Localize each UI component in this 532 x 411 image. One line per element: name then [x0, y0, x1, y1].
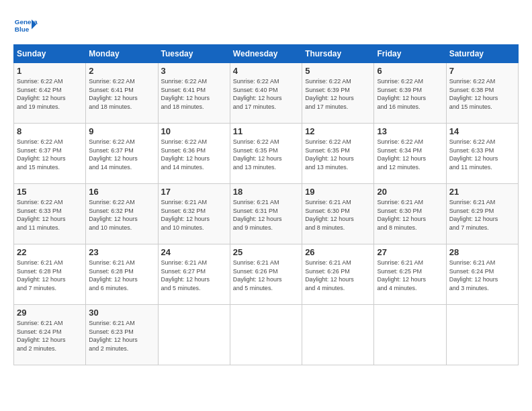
day-number: 27 [377, 247, 443, 257]
day-number: 11 [233, 126, 299, 136]
day-number: 4 [233, 66, 299, 76]
calendar-cell: 9Sunrise: 6:22 AM Sunset: 6:37 PM Daylig… [86, 124, 158, 184]
day-info: Sunrise: 6:21 AM Sunset: 6:30 PM Dayligh… [377, 198, 443, 232]
calendar-week-1: 1Sunrise: 6:22 AM Sunset: 6:42 PM Daylig… [14, 63, 519, 124]
calendar-cell [302, 305, 374, 365]
day-number: 7 [449, 66, 515, 76]
header-cell-wednesday: Wednesday [230, 45, 302, 63]
calendar-cell: 28Sunrise: 6:21 AM Sunset: 6:24 PM Dayli… [446, 244, 518, 305]
calendar-cell [446, 305, 518, 365]
calendar-cell: 16Sunrise: 6:22 AM Sunset: 6:32 PM Dayli… [86, 184, 158, 244]
calendar-header: SundayMondayTuesdayWednesdayThursdayFrid… [14, 45, 519, 63]
day-number: 22 [17, 247, 83, 257]
day-info: Sunrise: 6:21 AM Sunset: 6:25 PM Dayligh… [377, 259, 443, 292]
calendar-cell [230, 305, 302, 365]
calendar-cell: 4Sunrise: 6:22 AM Sunset: 6:40 PM Daylig… [230, 63, 302, 124]
day-number: 2 [89, 66, 154, 76]
header: General Blue [13, 13, 519, 38]
calendar-cell: 18Sunrise: 6:21 AM Sunset: 6:31 PM Dayli… [230, 184, 302, 244]
day-info: Sunrise: 6:21 AM Sunset: 6:27 PM Dayligh… [161, 259, 227, 292]
calendar-cell: 25Sunrise: 6:21 AM Sunset: 6:26 PM Dayli… [230, 244, 302, 305]
day-info: Sunrise: 6:22 AM Sunset: 6:42 PM Dayligh… [17, 77, 83, 111]
calendar-cell: 8Sunrise: 6:22 AM Sunset: 6:37 PM Daylig… [14, 124, 86, 184]
header-cell-thursday: Thursday [302, 45, 374, 63]
day-number: 30 [89, 308, 154, 318]
calendar-cell: 29Sunrise: 6:21 AM Sunset: 6:24 PM Dayli… [14, 305, 86, 365]
day-info: Sunrise: 6:21 AM Sunset: 6:28 PM Dayligh… [17, 259, 83, 292]
day-number: 19 [305, 187, 371, 197]
calendar-cell: 2Sunrise: 6:22 AM Sunset: 6:41 PM Daylig… [86, 63, 158, 124]
day-number: 1 [17, 66, 83, 76]
calendar-body: 1Sunrise: 6:22 AM Sunset: 6:42 PM Daylig… [14, 63, 519, 365]
calendar-cell: 30Sunrise: 6:21 AM Sunset: 6:23 PM Dayli… [86, 305, 158, 365]
day-number: 10 [161, 126, 227, 136]
calendar-cell: 23Sunrise: 6:21 AM Sunset: 6:28 PM Dayli… [86, 244, 158, 305]
day-info: Sunrise: 6:22 AM Sunset: 6:36 PM Dayligh… [161, 138, 227, 171]
calendar-cell: 6Sunrise: 6:22 AM Sunset: 6:39 PM Daylig… [374, 63, 446, 124]
logo: General Blue [13, 13, 38, 38]
day-number: 14 [449, 126, 515, 136]
day-number: 21 [449, 187, 515, 197]
calendar-cell: 17Sunrise: 6:21 AM Sunset: 6:32 PM Dayli… [158, 184, 230, 244]
day-info: Sunrise: 6:22 AM Sunset: 6:34 PM Dayligh… [377, 138, 443, 171]
day-number: 28 [449, 247, 515, 257]
day-info: Sunrise: 6:22 AM Sunset: 6:38 PM Dayligh… [449, 77, 515, 111]
calendar-cell: 14Sunrise: 6:22 AM Sunset: 6:33 PM Dayli… [446, 124, 518, 184]
day-number: 13 [377, 126, 443, 136]
day-info: Sunrise: 6:21 AM Sunset: 6:31 PM Dayligh… [233, 198, 299, 232]
day-info: Sunrise: 6:22 AM Sunset: 6:33 PM Dayligh… [449, 138, 515, 171]
day-info: Sunrise: 6:21 AM Sunset: 6:24 PM Dayligh… [449, 259, 515, 292]
calendar-cell: 27Sunrise: 6:21 AM Sunset: 6:25 PM Dayli… [374, 244, 446, 305]
day-number: 25 [233, 247, 299, 257]
day-number: 20 [377, 187, 443, 197]
day-info: Sunrise: 6:22 AM Sunset: 6:41 PM Dayligh… [161, 77, 227, 111]
calendar-cell: 21Sunrise: 6:21 AM Sunset: 6:29 PM Dayli… [446, 184, 518, 244]
calendar-cell: 7Sunrise: 6:22 AM Sunset: 6:38 PM Daylig… [446, 63, 518, 124]
header-cell-monday: Monday [86, 45, 158, 63]
day-number: 18 [233, 187, 299, 197]
day-info: Sunrise: 6:22 AM Sunset: 6:41 PM Dayligh… [89, 77, 154, 111]
logo-icon: General Blue [13, 13, 38, 38]
day-number: 15 [17, 187, 83, 197]
day-number: 17 [161, 187, 227, 197]
header-row: SundayMondayTuesdayWednesdayThursdayFrid… [14, 45, 519, 63]
day-number: 6 [377, 66, 443, 76]
calendar-week-4: 22Sunrise: 6:21 AM Sunset: 6:28 PM Dayli… [14, 244, 519, 305]
calendar-cell: 13Sunrise: 6:22 AM Sunset: 6:34 PM Dayli… [374, 124, 446, 184]
day-number: 9 [89, 126, 154, 136]
day-info: Sunrise: 6:22 AM Sunset: 6:33 PM Dayligh… [17, 198, 83, 232]
day-info: Sunrise: 6:22 AM Sunset: 6:39 PM Dayligh… [377, 77, 443, 111]
calendar-cell: 19Sunrise: 6:21 AM Sunset: 6:30 PM Dayli… [302, 184, 374, 244]
day-number: 26 [305, 247, 371, 257]
day-info: Sunrise: 6:21 AM Sunset: 6:23 PM Dayligh… [89, 319, 154, 353]
calendar-week-2: 8Sunrise: 6:22 AM Sunset: 6:37 PM Daylig… [14, 124, 519, 184]
calendar-cell: 12Sunrise: 6:22 AM Sunset: 6:35 PM Dayli… [302, 124, 374, 184]
calendar-cell: 5Sunrise: 6:22 AM Sunset: 6:39 PM Daylig… [302, 63, 374, 124]
day-info: Sunrise: 6:22 AM Sunset: 6:35 PM Dayligh… [233, 138, 299, 171]
day-info: Sunrise: 6:21 AM Sunset: 6:32 PM Dayligh… [161, 198, 227, 232]
day-number: 23 [89, 247, 154, 257]
calendar-cell: 10Sunrise: 6:22 AM Sunset: 6:36 PM Dayli… [158, 124, 230, 184]
day-info: Sunrise: 6:21 AM Sunset: 6:26 PM Dayligh… [233, 259, 299, 292]
calendar-table: SundayMondayTuesdayWednesdayThursdayFrid… [13, 44, 519, 365]
day-number: 5 [305, 66, 371, 76]
day-number: 16 [89, 187, 154, 197]
calendar-cell: 11Sunrise: 6:22 AM Sunset: 6:35 PM Dayli… [230, 124, 302, 184]
day-info: Sunrise: 6:21 AM Sunset: 6:24 PM Dayligh… [17, 319, 83, 353]
calendar-cell: 3Sunrise: 6:22 AM Sunset: 6:41 PM Daylig… [158, 63, 230, 124]
calendar-week-5: 29Sunrise: 6:21 AM Sunset: 6:24 PM Dayli… [14, 305, 519, 365]
day-number: 29 [17, 308, 83, 318]
day-info: Sunrise: 6:22 AM Sunset: 6:35 PM Dayligh… [305, 138, 371, 171]
day-info: Sunrise: 6:22 AM Sunset: 6:37 PM Dayligh… [17, 138, 83, 171]
header-cell-saturday: Saturday [446, 45, 518, 63]
day-info: Sunrise: 6:21 AM Sunset: 6:28 PM Dayligh… [89, 259, 154, 292]
day-info: Sunrise: 6:22 AM Sunset: 6:39 PM Dayligh… [305, 77, 371, 111]
day-number: 12 [305, 126, 371, 136]
day-info: Sunrise: 6:22 AM Sunset: 6:32 PM Dayligh… [89, 198, 154, 232]
day-number: 8 [17, 126, 83, 136]
calendar-cell: 20Sunrise: 6:21 AM Sunset: 6:30 PM Dayli… [374, 184, 446, 244]
day-info: Sunrise: 6:22 AM Sunset: 6:40 PM Dayligh… [233, 77, 299, 111]
calendar-cell [374, 305, 446, 365]
calendar-week-3: 15Sunrise: 6:22 AM Sunset: 6:33 PM Dayli… [14, 184, 519, 244]
header-cell-sunday: Sunday [14, 45, 86, 63]
